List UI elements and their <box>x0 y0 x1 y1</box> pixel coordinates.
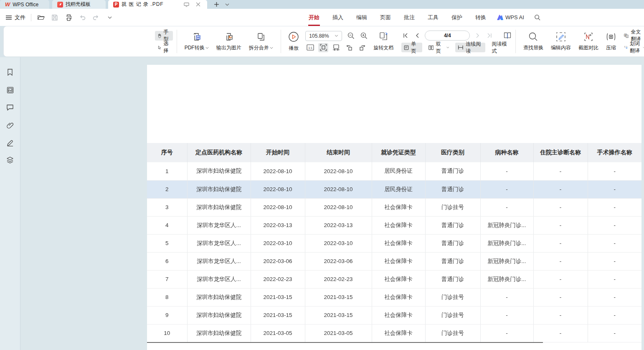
table-cell: 2022-08-10 <box>251 162 305 180</box>
table-cell: - <box>588 252 641 270</box>
table-cell: 深圳市龙华区人... <box>187 252 251 270</box>
first-page-icon[interactable] <box>401 31 410 40</box>
more-actions-chevron-icon[interactable] <box>106 13 114 22</box>
attachment-icon[interactable] <box>6 121 14 129</box>
header-cell: 结束时间 <box>305 143 372 162</box>
read-mode-button[interactable]: 阅读模式 <box>489 43 512 52</box>
table-row: 7深圳市龙华区人...2022-02-232022-02-23社会保障卡普通门诊… <box>147 270 641 288</box>
table-cell: 5 <box>147 234 187 252</box>
header-cell: 就诊凭证类型 <box>372 143 425 162</box>
rotate-document-button[interactable]: 旋转文档 <box>370 26 397 56</box>
rotate-left-icon[interactable] <box>344 43 354 52</box>
layers-icon[interactable] <box>6 156 14 164</box>
table-bottom-rule <box>147 342 543 343</box>
table-cell: 2021-03-15 <box>305 306 372 324</box>
continuous-reading-button[interactable]: 连续阅读 <box>455 43 485 52</box>
last-page-icon[interactable] <box>485 31 493 40</box>
menu-tab[interactable]: 编辑 <box>356 9 368 26</box>
table-cell: 2022-08-10 <box>251 198 305 216</box>
wps-ai-button[interactable]: WPS AI <box>497 14 524 20</box>
split-merge-label: 拆分合并 <box>249 44 269 51</box>
tab-docer-templates[interactable]: 找稻壳模板 <box>52 0 106 9</box>
actual-size-button[interactable]: 1:1 <box>305 43 315 52</box>
table-cell: - <box>588 234 641 252</box>
undo-icon[interactable] <box>78 13 86 22</box>
table-cell: 门诊挂号 <box>425 198 480 216</box>
export-image-button[interactable]: 输出为图片 <box>213 26 245 56</box>
full-text-translate-button[interactable]: A文 全文翻译 <box>621 31 644 41</box>
svg-text:W: W <box>197 36 200 39</box>
menu-tab[interactable]: 开始 <box>308 9 320 26</box>
header-cell: 医疗类别 <box>425 143 480 162</box>
pdf-convert-button[interactable]: W PDF转换 <box>181 26 213 56</box>
compress-button[interactable]: 压缩 <box>602 26 620 56</box>
table-cell: 普通门诊 <box>425 234 480 252</box>
split-merge-button[interactable]: 拆分合并 <box>245 26 277 56</box>
find-replace-label: 查找替换 <box>523 44 543 51</box>
single-page-button[interactable]: 单页 <box>401 43 422 52</box>
menu-tab[interactable]: 转换 <box>475 9 487 26</box>
open-file-icon[interactable] <box>37 13 45 22</box>
table-cell: 2 <box>147 180 187 198</box>
tab-wps-office[interactable]: W WPS Office <box>0 0 49 9</box>
table-cell: 1 <box>147 162 187 180</box>
rotate-right-icon[interactable] <box>357 43 367 52</box>
screenshot-compare-button[interactable]: 截图对比 <box>575 26 602 56</box>
table-cell: 门诊挂号 <box>425 306 480 324</box>
fit-width-button[interactable] <box>331 43 341 52</box>
edit-content-label: 编辑内容 <box>551 44 571 51</box>
word-translate-button[interactable]: 文A 划词翻译 <box>621 43 644 52</box>
tab-document-active[interactable]: P 就 医 记 录 .PDF <box>108 0 207 9</box>
double-page-button[interactable]: 双页 <box>426 43 452 52</box>
table-cell: 2022-08-10 <box>305 180 372 198</box>
edit-content-button[interactable]: 编辑内容 <box>547 26 575 56</box>
comment-icon[interactable] <box>6 103 14 112</box>
svg-text:文: 文 <box>624 46 626 48</box>
search-icon[interactable] <box>533 13 542 22</box>
select-tool-button[interactable]: 选择 <box>155 43 173 52</box>
menu-tab[interactable]: 保护 <box>451 9 463 26</box>
table-cell: 深圳市妇幼保健院 <box>187 162 251 180</box>
table-cell: - <box>480 180 533 198</box>
monitor-icon[interactable] <box>182 0 190 9</box>
play-button[interactable]: 播放 <box>284 26 303 56</box>
read-mode-icon[interactable] <box>503 31 512 40</box>
table-cell: 门诊挂号 <box>425 288 480 306</box>
table-cell: 普通门诊 <box>425 252 480 270</box>
table-cell: 2022-02-23 <box>305 270 372 288</box>
table-row: 5深圳市龙华区人...2022-03-102022-03-10社会保障卡普通门诊… <box>147 234 641 252</box>
find-replace-button[interactable]: 查找替换 <box>520 26 547 56</box>
page-number-input[interactable] <box>425 31 470 41</box>
table-cell: - <box>588 324 641 342</box>
print-icon[interactable] <box>64 13 73 22</box>
zoom-out-icon[interactable] <box>347 32 355 40</box>
zoom-level-select[interactable]: 105.88% <box>305 31 342 41</box>
table-row: 2深圳市妇幼保健院2022-08-102022-08-10居民身份证普通门诊--… <box>147 180 641 198</box>
menu-tab[interactable]: 插入 <box>332 9 344 26</box>
annotate-pen-icon[interactable] <box>6 138 14 147</box>
save-icon[interactable] <box>51 13 59 22</box>
menu-tab[interactable]: 工具 <box>427 9 439 26</box>
screenshot-compare-label: 截图对比 <box>578 44 598 51</box>
edit-content-icon <box>556 32 566 42</box>
file-menu-button[interactable]: 文件 <box>5 14 25 21</box>
table-cell: 6 <box>147 252 187 270</box>
next-page-icon[interactable] <box>473 31 482 40</box>
table-cell: 深圳市妇幼保健院 <box>187 324 251 342</box>
table-cell: 2022-08-10 <box>305 162 372 180</box>
thumbnail-icon[interactable] <box>6 86 14 94</box>
menu-tab[interactable]: 页面 <box>380 9 391 26</box>
zoom-in-icon[interactable] <box>360 32 368 40</box>
tab-list-chevron-icon[interactable] <box>223 0 231 9</box>
hand-tool-button[interactable]: 手型 <box>155 31 173 41</box>
table-cell: 2022-02-23 <box>251 270 305 288</box>
prev-page-icon[interactable] <box>413 31 421 40</box>
new-tab-button[interactable] <box>212 0 221 9</box>
table-cell: - <box>533 198 588 216</box>
menu-tab[interactable]: 批注 <box>403 9 415 26</box>
fit-page-button[interactable] <box>318 43 328 52</box>
bookmark-icon[interactable] <box>6 68 14 77</box>
table-cell: 社会保障卡 <box>372 270 425 288</box>
redo-icon[interactable] <box>92 13 100 22</box>
close-tab-icon[interactable] <box>194 0 202 9</box>
